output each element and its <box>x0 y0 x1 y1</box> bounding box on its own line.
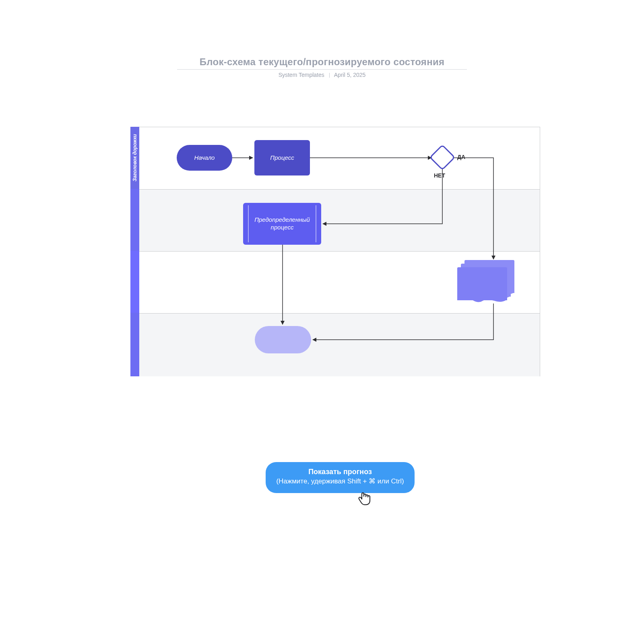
node-predefined-process[interactable]: Предопределенный процесс <box>243 203 321 245</box>
swimlane-frame: Заголовок дорожки <box>130 127 540 376</box>
lane-1-title: Заголовок дорожки <box>130 127 139 189</box>
node-end[interactable] <box>255 326 311 353</box>
title-underline <box>177 69 467 70</box>
page-title: Блок-схема текущего/прогнозируемого сост… <box>0 56 644 70</box>
node-start-label: Начало <box>194 154 215 162</box>
lane-strip-3 <box>130 251 139 313</box>
decision-yes-label: ДА <box>457 154 465 160</box>
doc-shape-front <box>457 267 507 300</box>
page-meta-date: April 5, 2025 <box>334 72 366 78</box>
lane-strip: Заголовок дорожки <box>130 127 139 376</box>
show-forecast-tooltip[interactable]: Показать прогноз (Нажмите, удерживая Shi… <box>266 462 415 493</box>
node-multi-document[interactable] <box>457 260 516 303</box>
lane-strip-4 <box>130 313 139 376</box>
lanes-body: Начало Процесс ДА НЕТ Предопределенный п… <box>139 127 540 376</box>
lane-row-2 <box>139 189 540 251</box>
lane-1-title-text: Заголовок дорожки <box>132 134 138 182</box>
node-process[interactable]: Процесс <box>254 140 310 175</box>
page-title-text: Блок-схема текущего/прогнозируемого сост… <box>200 56 445 67</box>
page-meta: System Templates April 5, 2025 <box>0 72 644 78</box>
meta-separator <box>329 73 330 78</box>
lane-row-4 <box>139 313 540 376</box>
cursor-hand-icon <box>357 490 373 506</box>
node-predefined-label: Предопределенный процесс <box>243 216 321 231</box>
decision-no-label: НЕТ <box>434 172 445 179</box>
cta-title: Показать прогноз <box>274 468 407 476</box>
cta-subtitle: (Нажмите, удерживая Shift + ⌘ или Ctrl) <box>274 477 407 486</box>
node-process-label: Процесс <box>270 154 294 162</box>
node-start[interactable]: Начало <box>177 145 232 171</box>
lane-strip-2 <box>130 189 139 251</box>
page-meta-source: System Templates <box>279 72 324 78</box>
